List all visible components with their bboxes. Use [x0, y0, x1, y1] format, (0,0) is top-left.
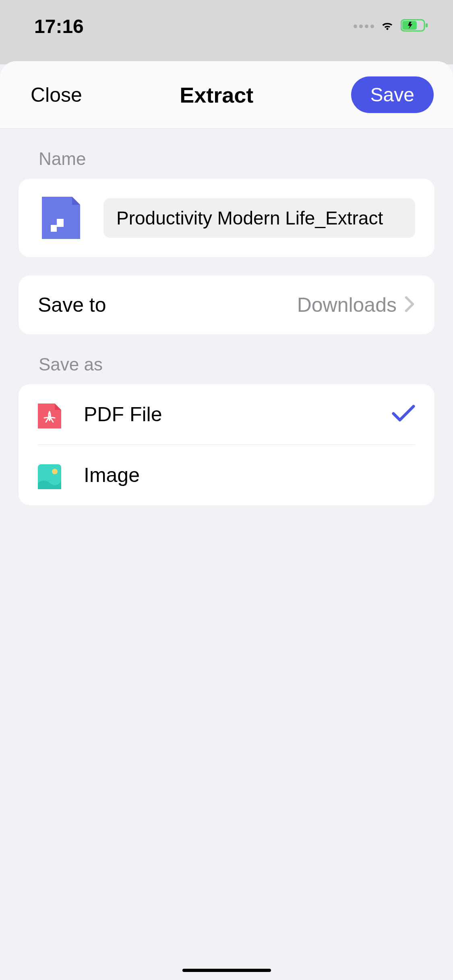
cellular-dots-icon — [354, 25, 374, 28]
save-to-value-wrap: Downloads — [297, 293, 415, 317]
name-section-label: Name — [19, 145, 434, 179]
battery-charging-icon — [401, 19, 429, 34]
wifi-icon — [379, 17, 396, 35]
status-time: 17:16 — [34, 15, 84, 37]
document-icon — [38, 195, 84, 241]
sheet-header: Close Extract Save — [0, 61, 453, 129]
pdf-file-icon — [38, 400, 61, 428]
filename-input-wrap[interactable] — [103, 198, 415, 238]
save-as-card: PDF File Image — [19, 384, 434, 505]
save-as-option-pdf[interactable]: PDF File — [38, 384, 415, 445]
save-to-label: Save to — [38, 293, 106, 317]
save-button[interactable]: Save — [351, 76, 434, 113]
svg-rect-4 — [51, 219, 57, 225]
extract-sheet: Close Extract Save Name Save to Do — [0, 61, 453, 980]
checkmark-icon — [392, 405, 415, 424]
name-card — [19, 179, 434, 257]
sheet-title: Extract — [180, 82, 253, 107]
save-as-option-image[interactable]: Image — [38, 445, 415, 505]
sheet-content: Name Save to Downloads — [0, 129, 453, 521]
image-file-icon — [38, 461, 61, 489]
svg-rect-2 — [426, 23, 428, 27]
save-as-option-label: PDF File — [84, 403, 369, 426]
status-icons — [354, 17, 429, 35]
home-indicator[interactable] — [182, 969, 271, 972]
svg-point-7 — [52, 469, 58, 474]
status-bar: 17:16 — [0, 0, 453, 52]
chevron-right-icon — [404, 296, 415, 314]
filename-input[interactable] — [116, 207, 402, 229]
svg-rect-5 — [57, 227, 64, 232]
save-as-option-label: Image — [84, 463, 415, 487]
close-button[interactable]: Close — [31, 83, 82, 107]
save-to-row[interactable]: Save to Downloads — [19, 276, 434, 334]
save-as-section: Save as — [19, 350, 434, 505]
save-to-value: Downloads — [297, 293, 397, 317]
save-as-section-label: Save as — [19, 350, 434, 384]
